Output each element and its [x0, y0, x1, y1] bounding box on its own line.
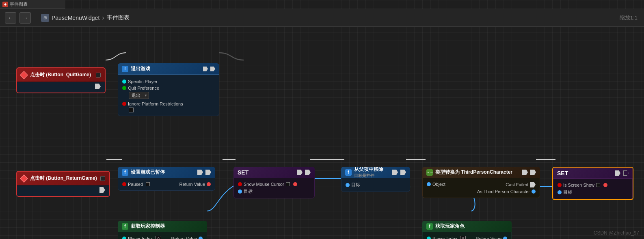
quit-game-title: 退出游戏 — [131, 65, 150, 72]
forward-button[interactable]: → — [19, 12, 31, 24]
quit-preference-section: Quit Preference 退出 — [122, 86, 215, 99]
set1-exec-in[interactable] — [297, 170, 303, 175]
set-pause-title: 设置游戏已暂停 — [131, 169, 165, 176]
func-node-set1[interactable]: SET Show Mouse Cursor 目标 — [233, 167, 315, 198]
event-node-quit[interactable]: 点击时 (Button_QuitGame) — [16, 67, 106, 93]
diamond-icon-quit — [20, 71, 28, 79]
pin-return-val-ctrl[interactable] — [199, 237, 203, 239]
watermark: CSDN @Zhichao_97 — [594, 230, 639, 236]
pin-screen-show-right[interactable] — [603, 183, 607, 187]
quit-dropdown-wrap: 退出 — [129, 92, 215, 99]
set2-exec-out[interactable] — [623, 170, 629, 176]
ignore-platform-row: Ignore Platform Restrictions — [122, 101, 215, 112]
player-index-val[interactable]: 0 — [156, 236, 161, 239]
cast-exec-in[interactable] — [522, 170, 528, 175]
event2-close[interactable] — [100, 176, 105, 181]
pin-specific-player[interactable] — [122, 80, 126, 84]
pin-as-third-person[interactable] — [532, 189, 536, 194]
screen-show-checkbox[interactable] — [596, 183, 600, 187]
ignore-platform-checkbox[interactable] — [129, 108, 134, 112]
zoom-label: 缩放1:1 — [620, 14, 638, 22]
func-node-cast[interactable]: →→ 类型转换为 ThirdPersonCharacter Object Cas… — [422, 167, 540, 198]
paused-checkbox[interactable] — [146, 182, 150, 186]
remove-exec-in[interactable] — [392, 170, 398, 175]
diamond-icon-return — [20, 174, 28, 183]
title-bar: ◆ 事件图表 — [0, 0, 65, 9]
pin-set1-target[interactable] — [238, 189, 242, 194]
mouse-cursor-checkbox[interactable] — [286, 182, 290, 186]
event1-close[interactable] — [96, 73, 101, 78]
set2-title: SET — [557, 170, 568, 177]
pin-mouse-cursor[interactable] — [238, 182, 242, 186]
set-pause-exec-out[interactable] — [205, 170, 211, 175]
func-node-get-character[interactable]: f 获取玩家角色 Player Index 0 Return Value — [422, 221, 512, 239]
pin-screen-show[interactable] — [558, 183, 562, 187]
pin-object[interactable] — [427, 182, 431, 186]
func-node-set-pause[interactable]: f 设置游戏已暂停 Paused Return Value — [118, 167, 215, 191]
func-icon-controller: f — [122, 223, 128, 230]
toolbar-divider — [36, 13, 36, 23]
quit-exec-out[interactable] — [210, 67, 215, 71]
remove-subtitle: 目标是控件 — [354, 173, 383, 179]
pin-quit-pref[interactable] — [122, 86, 126, 90]
func-icon-quit: f — [122, 66, 128, 72]
get-character-title: 获取玩家角色 — [435, 223, 465, 230]
remove-title: 从父项中移除 — [354, 167, 383, 173]
title-icon: ◆ — [2, 2, 8, 7]
quit-preference-select[interactable]: 退出 — [129, 92, 149, 99]
event1-exec-out[interactable] — [95, 84, 101, 89]
back-button[interactable]: ← — [5, 12, 16, 24]
toolbar: ← → ⊞ PauseMenuWidget › 事件图表 缩放1:1 — [0, 9, 644, 27]
func-node-remove-parent[interactable]: f 从父项中移除 目标是控件 目标 Self — [341, 167, 410, 192]
pin-return-val-pause[interactable] — [207, 182, 211, 186]
remove-exec-out[interactable] — [400, 170, 406, 175]
get-controller-title: 获取玩家控制器 — [131, 223, 165, 230]
func-icon-set-pause: f — [122, 169, 128, 176]
player-index-char-val[interactable]: 0 — [460, 236, 466, 239]
quit-specific-player-row: Specific Player — [122, 79, 215, 84]
func-node-set2[interactable]: SET Is Screen Show 目标 — [552, 167, 633, 200]
func-node-get-controller[interactable]: f 获取玩家控制器 Player Index 0 Return Value — [118, 221, 207, 239]
func-icon-remove: f — [345, 169, 352, 176]
event2-title: 点击时 (Button_ReturnGame) — [30, 175, 97, 182]
canvas-area[interactable]: 点击时 (Button_QuitGame) f 退出游戏 Specific Pl… — [0, 27, 644, 239]
pin-player-index-ctrl[interactable] — [122, 237, 126, 239]
set-pause-exec-in[interactable] — [197, 170, 203, 175]
pin-set2-target[interactable] — [558, 190, 562, 194]
pin-ignore-platform[interactable] — [122, 102, 126, 106]
breadcrumb-separator: › — [102, 14, 104, 22]
quit-exec-in[interactable] — [203, 67, 208, 71]
func-node-quit-game[interactable]: f 退出游戏 Specific Player Quit Preference — [118, 63, 219, 116]
pin-mouse-cursor-right[interactable] — [293, 182, 297, 186]
event-node-return[interactable]: 点击时 (Button_ReturnGame) — [16, 171, 110, 197]
set1-exec-out[interactable] — [305, 170, 311, 175]
cast-exec-out[interactable] — [530, 170, 536, 175]
title-text: 事件图表 — [10, 1, 28, 7]
breadcrumb-widget: PauseMenuWidget — [52, 15, 99, 21]
pin-remove-target[interactable] — [346, 183, 350, 187]
pin-return-val-char[interactable] — [503, 237, 507, 239]
set2-exec-in[interactable] — [615, 170, 620, 176]
breadcrumb: ⊞ PauseMenuWidget › 事件图表 — [41, 14, 130, 22]
set1-title: SET — [238, 169, 249, 176]
func-icon-character: f — [426, 223, 433, 230]
pin-player-index-char[interactable] — [427, 237, 431, 239]
event2-exec-out[interactable] — [99, 187, 105, 193]
func-icon-cast: →→ — [426, 169, 433, 176]
breadcrumb-icon: ⊞ — [41, 14, 49, 22]
pin-paused[interactable] — [122, 182, 126, 186]
event1-title: 点击时 (Button_QuitGame) — [30, 71, 91, 78]
breadcrumb-page: 事件图表 — [107, 14, 130, 22]
cast-failed-pin[interactable] — [530, 182, 536, 187]
cast-title: 类型转换为 ThirdPersonCharacter — [435, 169, 512, 176]
